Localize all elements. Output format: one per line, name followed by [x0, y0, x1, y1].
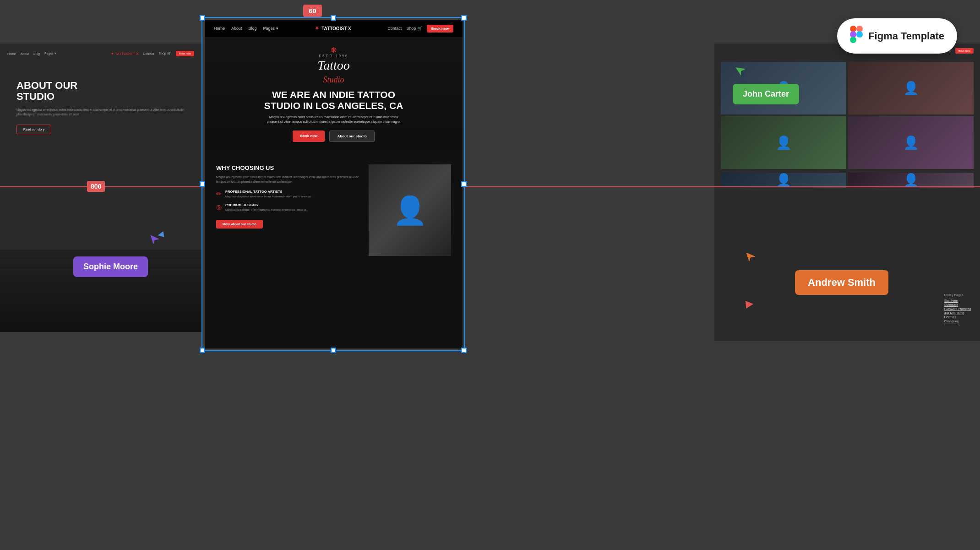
right-cursor-icon: ▶ — [745, 297, 754, 310]
left-nav-about: About — [21, 52, 29, 55]
left-book-btn[interactable]: Book now — [176, 51, 194, 56]
nav-book-btn[interactable]: Book now — [427, 25, 453, 33]
left-about-title: ABOUT OURSTUDIO — [16, 80, 185, 102]
right-book-btn[interactable]: Book now — [955, 48, 974, 54]
svg-marker-7 — [746, 253, 755, 261]
bottom-artist-img-1: 👤 — [721, 173, 846, 188]
figma-icon — [850, 26, 863, 46]
svg-marker-6 — [151, 235, 159, 244]
utility-link-styleguide[interactable]: Styleguide — [944, 303, 971, 306]
selection-badge: 60 — [303, 5, 322, 17]
ruler-label: 800 — [87, 181, 105, 192]
left-about-section: ABOUT OURSTUDIO Magna nisl egestas amet … — [7, 62, 194, 152]
artist-card-will: 👤 WILL MARKER Cartoon tattooist — [848, 116, 974, 169]
nav-contact[interactable]: Contact — [387, 26, 402, 31]
tattoo-artist-img: 👤 — [369, 164, 451, 256]
more-about-btn[interactable]: More about our studio — [216, 220, 263, 229]
canvas: 800 60 Home About Blog Pages ▾ ✦ TATTOOI… — [0, 0, 980, 550]
bottom-artist-img-2: 👤 — [848, 173, 974, 188]
logo-text: TATTOOIST X — [321, 26, 351, 31]
cursor-sophie-icon — [150, 234, 160, 247]
left-read-btn[interactable]: Read our story — [16, 125, 51, 134]
nav-pages[interactable]: Pages ▾ — [263, 26, 278, 31]
left-logo: ✦ TATTOOIST X — [111, 52, 138, 56]
second-left: WHY CHOOSING US Magna nisl egestas amet … — [216, 164, 359, 256]
user-badge-sophie: Sophie Moore — [73, 256, 148, 277]
tattoo-hero: ❋ ESTD 1996 TattooStudio WE ARE AN INDIE… — [205, 37, 463, 151]
utility-title: Utility Pages — [944, 294, 971, 297]
svg-rect-0 — [850, 26, 856, 32]
figma-template-badge[interactable]: Figma Template — [837, 18, 957, 54]
nav-blog[interactable]: Blog — [249, 26, 257, 31]
tattoo-nav: Home About Blog Pages ▾ ✦ TATTOOIST X Co… — [205, 20, 463, 37]
feature-text-1: PROFESSIONAL TATTOO ARTISTS Magna nisl e… — [225, 190, 312, 198]
artists-grid: 👤 DANIEL CUTTS Cartoon style tattooist 👤… — [714, 58, 980, 173]
hero-script: TattooStudio — [317, 58, 350, 85]
hero-estd: ESTD 1996 — [317, 54, 350, 58]
utility-link-start[interactable]: Start Here — [944, 299, 971, 302]
feature-title-2: PREMIUM DESIGNS — [225, 203, 307, 207]
feature-icon-2: ◎ — [216, 203, 222, 211]
left-nav-pages: Pages ▾ — [44, 52, 56, 55]
artist-img-will: 👤 — [848, 116, 974, 169]
artist-card-lily: 👤 LILY WOODS Japanese style tattooist — [721, 116, 846, 169]
why-title: WHY CHOOSING US — [216, 164, 359, 171]
hero-crown: ❋ — [331, 46, 337, 54]
left-nav: Home About Blog Pages ▾ ✦ TATTOOIST X Co… — [7, 51, 194, 56]
bottom-artists: 👤 👤 — [714, 173, 980, 191]
feature-item-1: ✏ PROFESSIONAL TATTOO ARTISTS Magna nisl… — [216, 190, 359, 198]
artist-img-tomas: 👤 — [848, 62, 974, 114]
svg-rect-3 — [850, 37, 856, 43]
nav-shop[interactable]: Shop 🛒 — [406, 26, 422, 31]
left-nav-home: Home — [7, 52, 16, 55]
second-right-img: 👤 — [369, 164, 451, 256]
why-desc: Magna nisl egestas amet netus lectus mal… — [216, 175, 359, 184]
artist-img-lily: 👤 — [721, 116, 846, 169]
cursor-andrew-icon — [746, 252, 756, 264]
left-nav-blog: Blog — [33, 52, 40, 55]
feature-desc-2: Malesuada diamrper et in magna nisl eges… — [225, 208, 307, 212]
feature-text-2: PREMIUM DESIGNS Malesuada diamrper et in… — [225, 203, 307, 212]
left-about-text: Magna nisl egestas amet netus lectus mal… — [16, 108, 185, 117]
tattoo-site-preview: Home About Blog Pages ▾ ✦ TATTOOIST X Co… — [205, 20, 463, 349]
feature-desc-1: Magna nisl egestas amet netus lectus Mal… — [225, 195, 312, 198]
user-badge-andrew: Andrew Smith — [795, 270, 888, 295]
nav-about[interactable]: About — [231, 26, 242, 31]
tattoo-second-section: WHY CHOOSING US Magna nisl egestas amet … — [205, 151, 463, 270]
utility-section: Utility Pages Start Here Styleguide Pass… — [944, 294, 971, 323]
hero-book-btn[interactable]: Book now — [293, 131, 325, 142]
svg-rect-2 — [850, 31, 856, 38]
left-nav-contact: Contact — [143, 52, 154, 55]
utility-links: Start Here Styleguide Password Protected… — [944, 299, 971, 323]
second-content: WHY CHOOSING US Magna nisl egestas amet … — [216, 164, 451, 256]
utility-link-licenses[interactable]: Licenses — [944, 316, 971, 319]
nav-home[interactable]: Home — [214, 26, 225, 31]
user-badge-john: John Carter — [733, 84, 799, 104]
tattoo-nav-right: Contact Shop 🛒 Book now — [387, 25, 453, 33]
hero-title-line1: WE ARE AN INDIE TATTOO — [272, 89, 395, 100]
utility-link-changelog[interactable]: Changelog — [944, 320, 971, 323]
hero-logo: ESTD 1996 TattooStudio — [317, 54, 350, 85]
feature-icon-1: ✏ — [216, 190, 222, 197]
ruler-line — [0, 186, 980, 187]
svg-point-4 — [856, 31, 863, 38]
artist-card-tomas: 👤 TOMAS SMITH Pop culture style tattoois… — [848, 62, 974, 114]
tattoo-nav-links: Home About Blog Pages ▾ — [214, 26, 278, 31]
hero-buttons: Book now About our studio — [293, 131, 375, 142]
svg-rect-1 — [856, 26, 863, 32]
svg-marker-5 — [736, 65, 746, 76]
logo-icon: ✦ — [315, 25, 319, 32]
hero-studio: Studio — [323, 75, 344, 84]
tattoo-logo: ✦ TATTOOIST X — [315, 25, 351, 32]
figma-text: Figma Template — [868, 30, 944, 42]
hero-subtitle: Magna nisl egestas amet netus lectus mal… — [265, 115, 403, 124]
hero-about-btn[interactable]: About our studio — [329, 131, 374, 142]
hero-title-line2: STUDIO IN LOS ANGELES, CA — [264, 100, 403, 111]
utility-link-password[interactable]: Password Protected — [944, 307, 971, 310]
hero-title: WE ARE AN INDIE TATTOO STUDIO IN LOS ANG… — [264, 89, 403, 111]
utility-link-404[interactable]: 404 Not Found — [944, 311, 971, 315]
feature-title-1: PROFESSIONAL TATTOO ARTISTS — [225, 190, 312, 194]
feature-item-2: ◎ PREMIUM DESIGNS Malesuada diamrper et … — [216, 203, 359, 212]
left-nav-shop: Shop 🛒 — [158, 52, 171, 55]
